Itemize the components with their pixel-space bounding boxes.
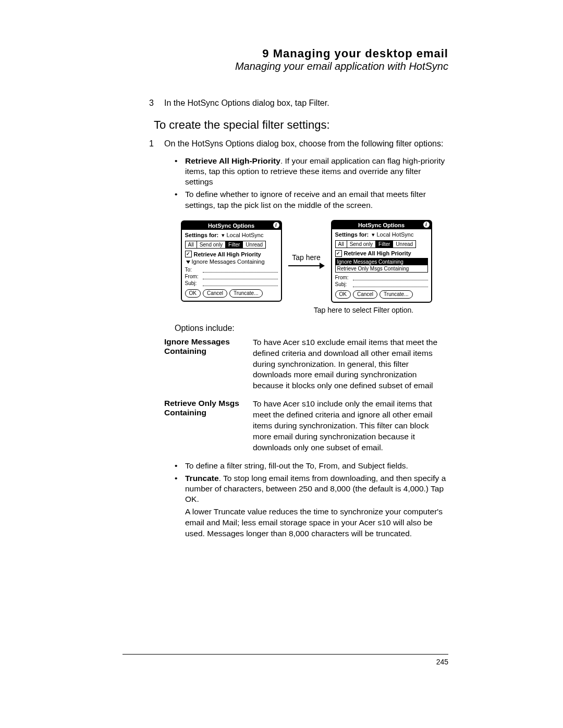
- tab-all[interactable]: All: [336, 241, 347, 248]
- dropdown-option[interactable]: Retrieve Only Msgs Containing: [336, 265, 427, 272]
- ok-button[interactable]: OK: [335, 290, 351, 299]
- figure-row: HotSync Options i Settings for: ▾ Local …: [164, 220, 448, 303]
- table-row: Ignore Messages Containing To have Acer …: [164, 337, 448, 392]
- document-page: 9 Managing your desktop email Managing y…: [0, 0, 563, 728]
- def-desc: To have Acer s10 include only the email …: [253, 399, 448, 453]
- dialog-titlebar: HotSync Options i: [332, 221, 431, 229]
- step-text: In the HotSync Options dialog box, tap F…: [164, 98, 448, 108]
- bullet-text: To define whether to ignore of receive a…: [185, 189, 448, 210]
- def-desc: To have Acer s10 exclude email items tha…: [253, 337, 448, 392]
- bullet-icon: •: [175, 473, 185, 504]
- tab-unread[interactable]: Unread: [393, 241, 415, 248]
- cancel-button[interactable]: Cancel: [353, 290, 377, 299]
- from-field[interactable]: From:: [185, 274, 278, 279]
- checkbox-icon[interactable]: ✓: [335, 250, 342, 257]
- bullet-icon: •: [175, 189, 185, 210]
- page-number: 245: [123, 658, 448, 666]
- footer-divider: [123, 654, 448, 655]
- bullet-item: • Truncate. To stop long email items fro…: [175, 473, 448, 504]
- step-text: On the HotSyns Options dialog box, choos…: [164, 139, 448, 149]
- step-number: 3: [123, 98, 164, 108]
- tab-filter[interactable]: Filter: [376, 241, 393, 248]
- arrow-icon: [320, 263, 325, 269]
- bullet-text: . To stop long email items from download…: [185, 474, 446, 503]
- figure-caption: Tap here to select Filter option.: [279, 306, 448, 314]
- section-heading: To create the special filter settings:: [154, 118, 448, 132]
- dialog-title: HotSync Options: [208, 223, 254, 229]
- subj-field[interactable]: Subj:: [185, 280, 278, 286]
- settings-for-row: Settings for: ▾ Local HotSync: [185, 232, 278, 239]
- cancel-button[interactable]: Cancel: [203, 289, 227, 298]
- bullet-icon: •: [175, 461, 185, 471]
- bullet-icon: •: [175, 156, 185, 187]
- truncate-note: A lower Truncate value reduces the time …: [185, 507, 448, 539]
- tab-unread[interactable]: Unread: [243, 241, 265, 248]
- truncate-button[interactable]: Truncate...: [229, 289, 262, 298]
- dropdown-icon: [186, 261, 190, 264]
- from-field[interactable]: From:: [335, 275, 428, 280]
- options-include-label: Options include:: [175, 324, 448, 333]
- ok-button[interactable]: OK: [185, 289, 201, 298]
- info-icon[interactable]: i: [423, 221, 430, 228]
- chapter-title: 9 Managing your desktop email: [123, 47, 448, 60]
- arrow-annotation: Tap here: [288, 253, 325, 269]
- tab-send-only[interactable]: Send only: [197, 241, 226, 248]
- subj-field[interactable]: Subj:: [335, 281, 428, 287]
- dialog-title: HotSync Options: [358, 222, 405, 228]
- tab-all[interactable]: All: [186, 241, 197, 248]
- step-number: 1: [123, 139, 164, 149]
- chapter-header: 9 Managing your desktop email Managing y…: [123, 47, 448, 72]
- dropdown-option-selected[interactable]: Ignore Messages Containing: [336, 258, 427, 265]
- tab-send-only[interactable]: Send only: [347, 241, 376, 248]
- info-icon[interactable]: i: [273, 222, 279, 228]
- retrieve-high-priority-row[interactable]: ✓ Retrieve All High Priority: [185, 251, 278, 257]
- tab-filter[interactable]: Filter: [226, 241, 243, 248]
- def-term: Ignore Messages Containing: [164, 337, 253, 392]
- dialog-titlebar: HotSync Options i: [182, 221, 281, 230]
- bullet-text: To define a filter string, fill-out the …: [185, 461, 408, 471]
- filter-dropdown-open[interactable]: Ignore Messages Containing Retrieve Only…: [335, 258, 428, 273]
- bullet-item: • To define a filter string, fill-out th…: [175, 461, 448, 471]
- settings-for-row: Settings for: ▾ Local HotSync: [335, 231, 428, 238]
- def-term: Retrieve Only Msgs Containing: [164, 399, 253, 453]
- settings-dropdown[interactable]: Local HotSync: [226, 232, 263, 238]
- tab-row: All Send only Filter Unread: [335, 240, 417, 248]
- filter-picklist[interactable]: Ignore Messages Containing: [186, 258, 278, 265]
- bullet-bold: Retrieve All High-Priority: [185, 156, 280, 165]
- table-row: Retrieve Only Msgs Containing To have Ac…: [164, 399, 448, 453]
- bullet-bold: Truncate: [185, 474, 219, 483]
- retrieve-high-priority-row[interactable]: ✓ Retrieve All High Priority: [335, 250, 428, 257]
- definition-table: Ignore Messages Containing To have Acer …: [164, 337, 448, 453]
- settings-dropdown[interactable]: Local HotSync: [376, 231, 413, 238]
- checkbox-icon[interactable]: ✓: [185, 251, 192, 257]
- chapter-subtitle: Managing your email application with Hot…: [123, 60, 448, 72]
- to-field[interactable]: To:: [185, 267, 278, 273]
- tab-row: All Send only Filter Unread: [185, 241, 266, 249]
- step-3: 3 In the HotSync Options dialog box, tap…: [123, 98, 448, 108]
- truncate-button[interactable]: Truncate...: [380, 290, 412, 299]
- bullet-item: • To define whether to ignore of receive…: [175, 189, 448, 210]
- tap-here-label: Tap here: [292, 253, 320, 262]
- step-1: 1 On the HotSyns Options dialog box, cho…: [123, 139, 448, 149]
- hotsync-dialog-right: HotSync Options i Settings for: ▾ Local …: [331, 220, 432, 303]
- bullet-item: • Retrieve All High-Priority. If your em…: [175, 156, 448, 187]
- hotsync-dialog-left: HotSync Options i Settings for: ▾ Local …: [181, 220, 282, 302]
